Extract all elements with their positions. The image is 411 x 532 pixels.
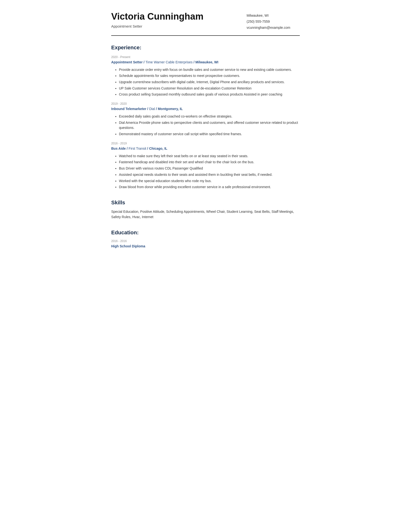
- job-title-3: Bus Aide: [111, 147, 126, 150]
- experience-section: Experience: 2020 - Present Appointment S…: [111, 44, 300, 190]
- header-right: Milwaukee, WI (250) 555-7559 vcunningham…: [247, 12, 300, 31]
- job-company-3: First Transit: [129, 147, 146, 150]
- candidate-name: Victoria Cunningham: [111, 12, 247, 22]
- job-date-2: 2019 - 2020: [111, 102, 300, 106]
- job-header-1: Appointment Setter / Time Warner Cable E…: [111, 60, 300, 65]
- job-separator-3: /: [127, 147, 129, 150]
- education-section: Education: 2016 - 2016 High School Diplo…: [111, 228, 300, 249]
- job-title-2: Inbound Telemarketer: [111, 107, 146, 111]
- job-title-1: Appointment Setter: [111, 60, 143, 64]
- edu-degree-1: High School Diploma: [111, 244, 300, 249]
- job-separator-1: /: [144, 60, 146, 64]
- job-entry-2: 2019 - 2020 Inbound Telemarketer / Dial …: [111, 102, 300, 137]
- job-separator-3b: /: [147, 147, 149, 150]
- job-entry-1: 2020 - Present Appointment Setter / Time…: [111, 55, 300, 97]
- header-divider: [111, 35, 300, 36]
- job-date-1: 2020 - Present: [111, 55, 300, 59]
- candidate-title: Appointment Setter: [111, 24, 247, 29]
- job-location-3: Chicago, IL: [149, 147, 167, 150]
- job-separator-2: /: [147, 107, 149, 111]
- list-item: Watched to make sure they left their sea…: [119, 153, 300, 159]
- education-title: Education:: [111, 228, 300, 237]
- list-item: Cross product selling Surpassed monthly …: [119, 92, 300, 97]
- job-entry-3: 2016 - 2019 Bus Aide / First Transit / C…: [111, 141, 300, 190]
- list-item: Upgrade current/new subscribers with dig…: [119, 80, 300, 85]
- header-left: Victoria Cunningham Appointment Setter: [111, 12, 247, 29]
- job-date-3: 2016 - 2019: [111, 141, 300, 146]
- skills-section: Skills Special Education, Positive Attit…: [111, 199, 300, 220]
- job-company-1: Time Warner Cable Enterprises: [146, 60, 193, 64]
- job-separator-2b: /: [156, 107, 158, 111]
- job-location-2: Montgomery, IL: [158, 107, 183, 111]
- skills-title: Skills: [111, 199, 300, 207]
- list-item: Schedule appointments for sales represen…: [119, 73, 300, 79]
- list-item: Exceeded daily sales goals and coached c…: [119, 114, 300, 119]
- header-section: Victoria Cunningham Appointment Setter M…: [111, 12, 300, 31]
- list-item: Worked with the special education studen…: [119, 179, 300, 184]
- job-bullets-2: Exceeded daily sales goals and coached c…: [111, 114, 300, 137]
- experience-title: Experience:: [111, 44, 300, 51]
- list-item: Demonstrated mastery of customer service…: [119, 132, 300, 137]
- job-header-2: Inbound Telemarketer / Dial / Montgomery…: [111, 106, 300, 112]
- education-entry-1: 2016 - 2016 High School Diploma: [111, 239, 300, 249]
- list-item: Provide accurate order entry with focus …: [119, 67, 300, 73]
- candidate-email: vcunningham@example.com: [247, 25, 300, 31]
- list-item: UP Sale Customer services Customer Resol…: [119, 86, 300, 91]
- job-bullets-1: Provide accurate order entry with focus …: [111, 67, 300, 97]
- job-bullets-3: Watched to make sure they left their sea…: [111, 153, 300, 190]
- job-company-2: Dial: [149, 107, 155, 111]
- list-item: Draw blood from donor while providing ex…: [119, 184, 300, 190]
- candidate-phone: (250) 555-7559: [247, 19, 300, 25]
- job-location-1: Milwaukee, WI: [195, 60, 218, 64]
- skills-text: Special Education, Positive Attitude, Sc…: [111, 209, 300, 220]
- list-item: Dial America Provide phone sales to pers…: [119, 120, 300, 131]
- list-item: Fastened handicap and disabled into thei…: [119, 160, 300, 165]
- list-item: Assisted special needs students to their…: [119, 172, 300, 178]
- job-header-3: Bus Aide / First Transit / Chicago, IL: [111, 146, 300, 151]
- list-item: Bus Driver with various routes CDL Passe…: [119, 166, 300, 171]
- candidate-location: Milwaukee, WI: [247, 13, 300, 19]
- edu-date-1: 2016 - 2016: [111, 239, 300, 243]
- resume-container: Victoria Cunningham Appointment Setter M…: [97, 0, 314, 272]
